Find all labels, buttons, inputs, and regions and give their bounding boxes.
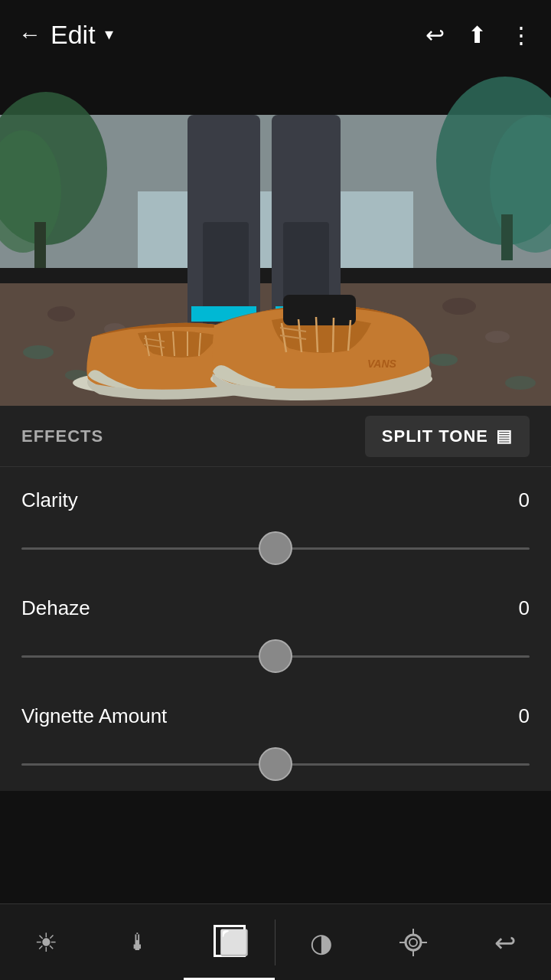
toolbar-item-color[interactable]: 🌡 [92, 904, 184, 980]
tab-split-tone[interactable]: SPLIT TONE ▤ [365, 416, 530, 457]
detail-icon: ◑ [310, 927, 333, 958]
undo-button[interactable]: ↩ [425, 21, 445, 48]
toolbar-item-light[interactable]: ☀ [0, 904, 92, 980]
clarity-thumb[interactable] [259, 531, 292, 565]
vignette-track[interactable] [21, 763, 530, 766]
clarity-slider-row: Clarity 0 [21, 467, 530, 575]
effects-icon: ⬜ [214, 925, 246, 957]
vignette-label-row: Vignette Amount 0 [21, 704, 530, 728]
split-tone-icon: ▤ [496, 426, 513, 446]
more-button[interactable]: ⋮ [510, 21, 533, 48]
svg-point-15 [23, 345, 54, 359]
clarity-track-container[interactable] [21, 529, 530, 567]
clarity-track[interactable] [21, 547, 530, 550]
svg-rect-8 [501, 214, 513, 260]
light-icon: ☀ [34, 927, 57, 958]
clarity-label-row: Clarity 0 [21, 488, 530, 512]
bottom-toolbar: ☀ 🌡 ⬜ ◑ ↩ [0, 903, 551, 980]
svg-text:VANS: VANS [367, 358, 397, 370]
dehaze-track-container[interactable] [21, 637, 530, 675]
vignette-value: 0 [519, 704, 530, 728]
svg-rect-34 [283, 295, 356, 325]
toolbar-item-detail[interactable]: ◑ [276, 904, 367, 980]
tabs-row: EFFECTS SPLIT TONE ▤ [0, 406, 551, 467]
dehaze-slider-row: Dehaze 0 [21, 575, 530, 683]
app-title: Edit [51, 20, 96, 50]
dehaze-track[interactable] [21, 655, 530, 658]
tab-effects[interactable]: EFFECTS [21, 426, 365, 446]
sliders-section: Clarity 0 Dehaze 0 Vig [0, 467, 551, 791]
svg-point-13 [442, 298, 476, 315]
toolbar-item-geometry[interactable]: ↩ [459, 904, 551, 980]
share-button[interactable]: ⬆ [468, 21, 487, 48]
svg-point-14 [485, 331, 510, 343]
vignette-thumb[interactable] [259, 747, 292, 781]
app-header: ← Edit ▾ ↩ ⬆ ⋮ [0, 0, 551, 69]
svg-rect-5 [34, 222, 46, 268]
toolbar-item-optics[interactable] [367, 904, 459, 980]
svg-point-44 [409, 939, 417, 946]
dehaze-label-row: Dehaze 0 [21, 596, 530, 620]
scene-svg: VANS [0, 69, 551, 406]
geometry-icon: ↩ [494, 927, 516, 958]
toolbar-item-effects[interactable]: ⬜ [184, 904, 276, 980]
svg-point-43 [406, 935, 421, 950]
dehaze-thumb[interactable] [259, 639, 292, 673]
vignette-track-container[interactable] [21, 745, 530, 783]
header-left: ← Edit ▾ [18, 20, 413, 50]
optics-icon [399, 929, 427, 956]
header-actions: ↩ ⬆ ⋮ [425, 21, 533, 48]
svg-line-38 [333, 318, 334, 352]
svg-point-11 [47, 306, 75, 322]
clarity-label: Clarity [21, 488, 78, 512]
controls-panel: EFFECTS SPLIT TONE ▤ Clarity 0 Dehaze 0 [0, 406, 551, 791]
title-dropdown-icon[interactable]: ▾ [105, 24, 113, 44]
clarity-value: 0 [519, 488, 530, 512]
thermometer-icon: 🌡 [126, 929, 149, 956]
split-tone-label: SPLIT TONE [382, 426, 488, 446]
back-button[interactable]: ← [18, 21, 41, 47]
dehaze-value: 0 [519, 596, 530, 620]
dehaze-label: Dehaze [21, 596, 90, 620]
photo-preview: VANS [0, 69, 551, 406]
vignette-label: Vignette Amount [21, 704, 167, 728]
svg-point-17 [430, 354, 458, 366]
svg-point-18 [505, 376, 536, 390]
vignette-slider-row: Vignette Amount 0 [21, 683, 530, 791]
